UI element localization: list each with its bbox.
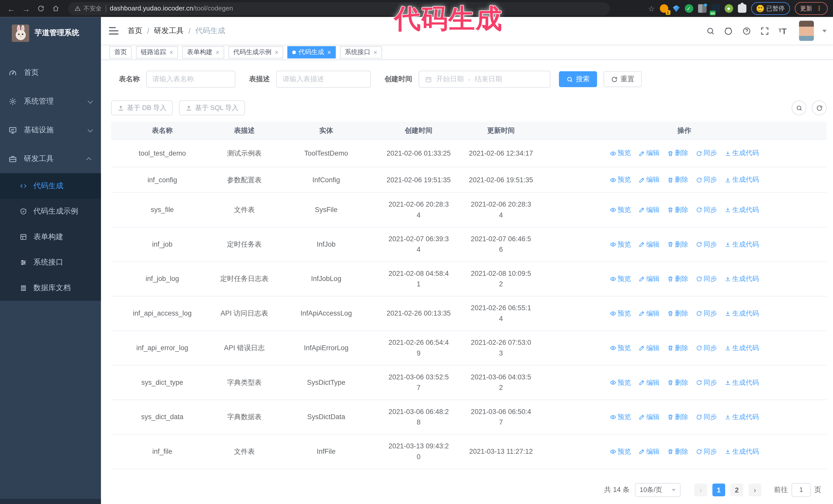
tab-首页[interactable]: 首页: [110, 46, 132, 58]
action-编辑[interactable]: 编辑: [638, 274, 660, 284]
tab-表单构建[interactable]: 表单构建×: [182, 46, 224, 58]
action-删除[interactable]: 删除: [667, 175, 688, 184]
action-编辑[interactable]: 编辑: [638, 343, 660, 353]
action-预览[interactable]: 预览: [610, 309, 631, 318]
close-tab-icon[interactable]: ×: [169, 49, 173, 56]
action-同步[interactable]: 同步: [696, 309, 717, 318]
action-预览[interactable]: 预览: [610, 240, 631, 249]
ext-orange-extension-icon[interactable]: 1: [660, 4, 668, 13]
action-编辑[interactable]: 编辑: [638, 175, 660, 184]
tab-链路追踪[interactable]: 链路追踪×: [136, 46, 178, 58]
app-logo-row[interactable]: 芋道管理系统: [0, 17, 101, 49]
action-生成代码[interactable]: 生成代码: [724, 378, 759, 387]
action-同步[interactable]: 同步: [696, 149, 717, 158]
hamburger-icon[interactable]: [109, 27, 118, 34]
action-同步[interactable]: 同步: [696, 205, 717, 214]
action-同步[interactable]: 同步: [696, 447, 717, 456]
next-page-button[interactable]: ›: [748, 483, 761, 496]
action-编辑[interactable]: 编辑: [638, 240, 660, 249]
action-编辑[interactable]: 编辑: [638, 447, 660, 456]
start-date-placeholder[interactable]: 开始日期: [436, 74, 464, 84]
tab-代码生成[interactable]: 代码生成×: [287, 46, 336, 58]
action-生成代码[interactable]: 生成代码: [724, 240, 759, 249]
breadcrumb-home[interactable]: 首页: [127, 26, 142, 35]
ext-on-extension-icon[interactable]: on: [711, 4, 719, 13]
tab-代码生成示例[interactable]: 代码生成示例×: [229, 46, 283, 58]
ext-key-extension-icon[interactable]: [724, 4, 733, 13]
avatar-caret-icon[interactable]: [823, 29, 827, 34]
browser-menu-icon[interactable]: ⋮: [816, 5, 823, 12]
font-size-icon[interactable]: TT: [778, 26, 787, 35]
bookmark-star-icon[interactable]: ☆: [648, 4, 655, 13]
action-生成代码[interactable]: 生成代码: [724, 149, 759, 158]
address-bar[interactable]: 不安全 dashboard.yudao.iocoder.cn/tool/code…: [68, 2, 610, 15]
action-同步[interactable]: 同步: [696, 274, 717, 284]
action-生成代码[interactable]: 生成代码: [724, 309, 759, 318]
header-search-icon[interactable]: [706, 26, 715, 35]
action-生成代码[interactable]: 生成代码: [724, 205, 759, 214]
action-同步[interactable]: 同步: [696, 175, 717, 184]
action-同步[interactable]: 同步: [696, 378, 717, 387]
action-预览[interactable]: 预览: [610, 447, 631, 456]
help-icon[interactable]: [741, 26, 751, 35]
action-删除[interactable]: 删除: [667, 274, 688, 284]
action-同步[interactable]: 同步: [696, 343, 717, 353]
import-db-button[interactable]: 基于 DB 导入: [111, 100, 173, 115]
avatar[interactable]: [799, 21, 814, 41]
ext-green-check-extension-icon[interactable]: ✓: [685, 4, 693, 13]
action-编辑[interactable]: 编辑: [638, 378, 660, 387]
table-name-input[interactable]: 请输入表名称: [146, 71, 235, 88]
action-预览[interactable]: 预览: [610, 412, 631, 422]
goto-page-input[interactable]: 1: [791, 483, 811, 497]
search-button[interactable]: 搜索: [559, 71, 597, 87]
action-同步[interactable]: 同步: [696, 412, 717, 422]
action-删除[interactable]: 删除: [667, 343, 688, 353]
chrome-update-button[interactable]: 更新 ⋮: [795, 2, 828, 15]
action-删除[interactable]: 删除: [667, 447, 688, 456]
page-number-1[interactable]: 1: [712, 483, 725, 496]
sidebar-item-首页[interactable]: 首页: [0, 58, 101, 87]
breadcrumb-tools[interactable]: 研发工具: [154, 26, 184, 35]
browser-reload-icon[interactable]: [35, 3, 47, 14]
end-date-placeholder[interactable]: 结束日期: [475, 74, 502, 84]
tampermonkey-paused-pill[interactable]: 已暂停: [751, 2, 790, 15]
sidebar-item-代码生成[interactable]: 代码生成: [0, 173, 101, 199]
browser-home-icon[interactable]: [50, 3, 62, 14]
import-sql-button[interactable]: 基于 SQL 导入: [179, 100, 245, 115]
action-同步[interactable]: 同步: [696, 240, 717, 249]
not-secure-warning[interactable]: 不安全: [74, 5, 102, 13]
sidebar-item-表单构建[interactable]: 表单构建: [0, 224, 101, 250]
reset-button[interactable]: 重置: [603, 71, 642, 87]
action-预览[interactable]: 预览: [610, 343, 631, 353]
date-range-picker[interactable]: 开始日期 - 结束日期: [419, 71, 550, 88]
action-预览[interactable]: 预览: [610, 149, 631, 158]
page-size-select[interactable]: 10条/页: [635, 483, 681, 497]
ext-puzzle-extension-icon[interactable]: [738, 4, 746, 13]
action-编辑[interactable]: 编辑: [638, 412, 660, 422]
prev-page-button[interactable]: ‹: [694, 483, 707, 496]
action-生成代码[interactable]: 生成代码: [724, 447, 759, 456]
close-tab-icon[interactable]: ×: [216, 49, 220, 56]
action-预览[interactable]: 预览: [610, 205, 631, 214]
action-删除[interactable]: 删除: [667, 412, 688, 422]
action-预览[interactable]: 预览: [610, 175, 631, 184]
close-tab-icon[interactable]: ×: [275, 49, 279, 56]
sidebar-item-基础设施[interactable]: 基础设施: [0, 116, 101, 145]
sidebar-item-代码生成示例[interactable]: 代码生成示例: [0, 199, 101, 224]
github-icon[interactable]: [723, 26, 733, 35]
ext-grid-extension-icon[interactable]: [698, 4, 706, 13]
action-生成代码[interactable]: 生成代码: [724, 343, 759, 353]
sidebar-item-数据库文档[interactable]: 数据库文档: [0, 275, 101, 301]
sidebar-collapse-bar[interactable]: [0, 499, 101, 504]
action-预览[interactable]: 预览: [610, 274, 631, 284]
sidebar-item-系统接口[interactable]: 系统接口: [0, 250, 101, 275]
fullscreen-icon[interactable]: [760, 26, 769, 35]
sidebar-item-研发工具[interactable]: 研发工具: [0, 145, 101, 173]
close-tab-icon[interactable]: ×: [327, 49, 331, 56]
ext-gem-extension-icon[interactable]: [673, 5, 680, 12]
page-number-2[interactable]: 2: [731, 483, 743, 496]
action-编辑[interactable]: 编辑: [638, 309, 660, 318]
action-删除[interactable]: 删除: [667, 149, 688, 158]
action-编辑[interactable]: 编辑: [638, 149, 660, 158]
table-desc-input[interactable]: 请输入表描述: [276, 71, 371, 88]
